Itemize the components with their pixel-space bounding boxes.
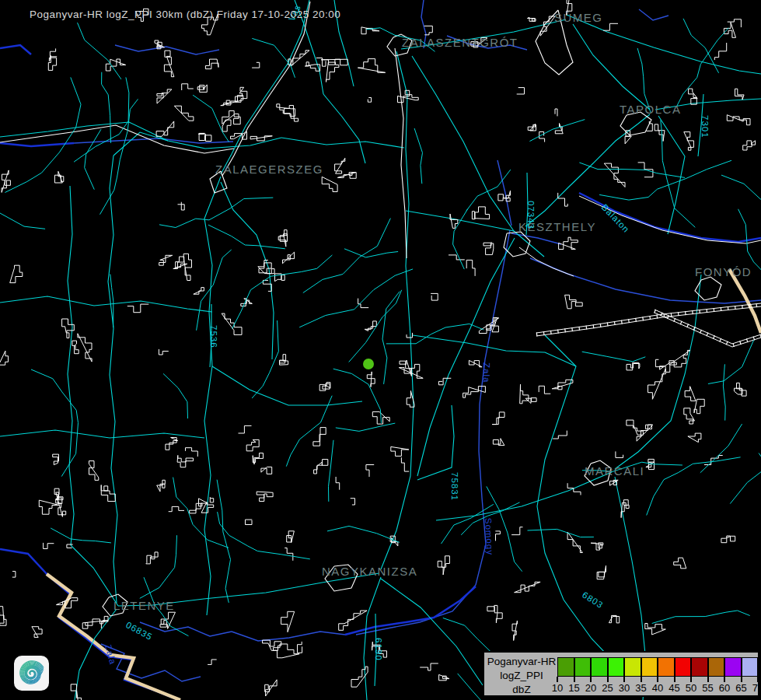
road xyxy=(323,94,365,163)
settlement-outline xyxy=(89,461,99,481)
settlement-outline xyxy=(553,431,567,439)
settlement-outline xyxy=(655,124,665,142)
settlement-outline xyxy=(277,104,295,117)
legend-tick xyxy=(574,677,575,682)
settlement-outline xyxy=(498,191,511,201)
road xyxy=(573,24,650,110)
legend-tick-label: 35 xyxy=(633,682,650,694)
settlement-outline xyxy=(625,131,631,144)
road xyxy=(579,163,685,177)
settlement-outline xyxy=(205,59,218,69)
city-label: LETENYE xyxy=(113,599,175,612)
settlement-outline xyxy=(314,460,328,474)
road xyxy=(232,255,333,329)
settlement-outline xyxy=(326,62,339,82)
legend-title: Poganyvar-HR logZ_PPI dbZ xyxy=(487,655,557,697)
road xyxy=(221,182,274,359)
settlement-outline xyxy=(567,483,581,495)
road xyxy=(582,352,646,362)
lake-shoreline xyxy=(519,247,574,276)
river xyxy=(232,632,345,641)
road xyxy=(652,611,750,624)
road xyxy=(413,335,576,366)
road xyxy=(658,116,685,234)
road xyxy=(78,23,121,79)
settlement-outline xyxy=(0,607,6,626)
legend-tick xyxy=(623,677,625,682)
settlement-outline xyxy=(486,243,494,254)
settlement-outline xyxy=(194,288,204,295)
settlement-outline xyxy=(335,158,345,173)
legend-swatch xyxy=(558,658,575,676)
settlement-outline xyxy=(610,480,619,485)
settlement-outline xyxy=(420,663,438,670)
major-river xyxy=(0,143,74,146)
legend-tick-label: 10 xyxy=(549,682,566,694)
water-label: Somogy xyxy=(483,517,495,555)
city-label: MARCALI xyxy=(585,464,644,478)
settlement-outline xyxy=(358,59,385,73)
settlement-outline xyxy=(159,349,168,355)
settlement-outline xyxy=(285,548,293,561)
legend-tick-label: 30 xyxy=(616,682,633,694)
road-number-label: Balaton xyxy=(600,202,632,234)
road xyxy=(217,480,230,603)
settlement-outline xyxy=(257,492,273,501)
settlement-outline xyxy=(287,531,295,543)
settlement-outline xyxy=(517,88,525,94)
road xyxy=(159,198,273,227)
legend-tick-label: 45 xyxy=(666,682,683,694)
road-number-label: 75831 xyxy=(450,472,459,501)
legend-swatch xyxy=(675,658,693,676)
settlement-outline xyxy=(10,265,23,282)
legend-tick xyxy=(757,677,759,682)
major-river xyxy=(48,576,179,700)
settlement-outline xyxy=(493,439,504,446)
road xyxy=(721,175,761,237)
city-label: NAGYKANIZSA xyxy=(322,565,417,578)
road xyxy=(329,440,334,502)
settlement-outline xyxy=(265,680,277,696)
settlement-outline xyxy=(694,399,704,413)
river xyxy=(639,9,668,20)
legend-title-line: Poganyvar-HR xyxy=(487,655,557,669)
settlement-outline xyxy=(298,642,302,653)
city-label: SÜMEG xyxy=(554,11,603,24)
settlement-outline xyxy=(689,89,698,104)
settlement-outline xyxy=(54,171,63,183)
road-number-label: 7301 xyxy=(700,115,710,138)
settlement-outline xyxy=(246,520,253,524)
settlement-outline xyxy=(12,572,16,578)
settlement-outline xyxy=(319,383,330,391)
legend-tick xyxy=(707,677,709,682)
road xyxy=(140,535,177,598)
settlement-outline xyxy=(684,408,695,424)
settlement-outline xyxy=(183,254,191,280)
settlement-outline xyxy=(261,467,272,474)
road xyxy=(68,186,74,545)
settlement-outline xyxy=(197,85,207,93)
settlement-outline xyxy=(674,558,686,569)
road xyxy=(647,457,741,516)
settlement-outline xyxy=(252,62,260,68)
settlement-outline xyxy=(106,59,125,71)
settlement-outline xyxy=(182,84,194,90)
settlement-outline xyxy=(32,627,42,638)
settlement-outline xyxy=(609,615,619,623)
legend-tick-label: 15 xyxy=(566,682,583,694)
settlement-outline xyxy=(492,412,504,425)
road xyxy=(525,114,650,226)
settlement-outline xyxy=(159,255,173,265)
settlement-outline xyxy=(155,40,165,49)
legend-swatches xyxy=(557,657,758,677)
legend-tick xyxy=(590,677,592,682)
legend-tick-label: 50 xyxy=(682,682,700,694)
road-number-label: 6803 xyxy=(581,590,605,611)
road xyxy=(382,292,400,384)
settlement-outline xyxy=(407,333,413,338)
road xyxy=(163,373,188,418)
road xyxy=(414,128,422,184)
settlement-outline xyxy=(336,477,340,490)
major-river xyxy=(0,549,48,576)
settlement-outline xyxy=(487,605,502,623)
